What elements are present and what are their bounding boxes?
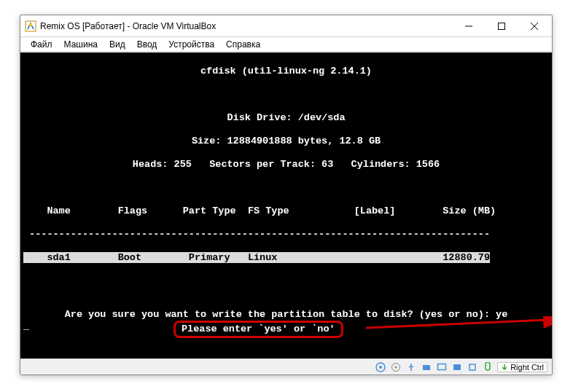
table-divider: ----------------------------------------…	[23, 229, 549, 240]
svg-line-4	[531, 23, 538, 30]
col-size: Size (MB)	[443, 205, 496, 216]
svg-line-6	[366, 319, 552, 328]
col-name: Name	[47, 205, 70, 216]
table-row[interactable]: sda1 Boot Primary Linux 12880.79	[23, 252, 490, 263]
menu-file[interactable]: Файл	[25, 38, 58, 51]
hint-text: Please enter `yes' or `no'	[182, 324, 335, 334]
row-fstype: Linux	[248, 252, 278, 263]
mouse-integration-icon[interactable]	[482, 361, 494, 373]
svg-rect-14	[469, 364, 475, 370]
hostkey-label: Right Ctrl	[510, 363, 544, 372]
harddisk-icon[interactable]	[375, 361, 386, 373]
display-icon[interactable]	[436, 361, 448, 373]
row-size: 12880.79	[443, 252, 490, 263]
minimize-button[interactable]	[452, 15, 485, 36]
menu-view[interactable]: Вид	[104, 38, 131, 51]
svg-rect-13	[453, 364, 461, 370]
menubar: Файл Машина Вид Ввод Устройства Справка	[20, 37, 552, 52]
arrow-down-icon	[501, 364, 508, 371]
svg-point-1	[29, 23, 32, 26]
svg-rect-11	[423, 365, 430, 370]
disk-size-line: Size: 12884901888 bytes, 12.8 GB	[23, 136, 549, 147]
maximize-button[interactable]	[485, 15, 518, 36]
annotation-arrow-icon	[366, 316, 552, 331]
svg-point-8	[379, 366, 382, 369]
col-flags: Flags	[118, 205, 148, 216]
app-icon	[25, 20, 36, 32]
window-buttons	[452, 15, 550, 36]
row-name: sda1	[47, 252, 70, 263]
disk-drive-line: Disk Drive: /dev/sda	[23, 112, 549, 124]
statusbar: Right Ctrl	[20, 358, 552, 375]
col-label: [Label]	[354, 205, 396, 216]
titlebar: Remix OS [Работает] - Oracle VM VirtualB…	[20, 15, 552, 37]
menu-machine[interactable]: Машина	[58, 38, 104, 51]
shared-folders-icon[interactable]	[421, 361, 432, 373]
svg-line-5	[531, 23, 538, 30]
vm-window: Remix OS [Работает] - Oracle VM VirtualB…	[20, 15, 553, 375]
cfdisk-header: cfdisk (util-linux-ng 2.14.1)	[23, 66, 549, 77]
col-parttype: Part Type	[183, 205, 236, 216]
row-flags: Boot	[118, 252, 141, 263]
cursor: _	[23, 321, 29, 332]
col-fstype: FS Type	[248, 205, 289, 216]
usb-icon[interactable]	[405, 361, 417, 373]
window-title: Remix OS [Работает] - Oracle VM VirtualB…	[40, 21, 452, 31]
row-parttype: Primary	[189, 252, 230, 263]
hostkey-indicator[interactable]: Right Ctrl	[497, 362, 547, 372]
terminal[interactable]: cfdisk (util-linux-ng 2.14.1) Disk Drive…	[20, 52, 552, 358]
svg-rect-3	[498, 23, 504, 29]
optical-icon[interactable]	[390, 361, 402, 373]
cpu-icon[interactable]	[467, 361, 478, 373]
record-icon[interactable]	[451, 361, 463, 373]
menu-devices[interactable]: Устройства	[163, 38, 220, 51]
svg-rect-12	[438, 364, 446, 369]
close-button[interactable]	[518, 15, 550, 36]
table-header-row: Name Flags Part Type FS Type [Label] Siz…	[23, 205, 549, 217]
svg-point-10	[395, 366, 397, 368]
menu-input[interactable]: Ввод	[131, 38, 163, 51]
disk-geom-line: Heads: 255 Sectors per Track: 63 Cylinde…	[23, 159, 549, 170]
menu-help[interactable]: Справка	[220, 38, 266, 51]
hint-highlight: Please enter `yes' or `no'	[174, 321, 343, 338]
